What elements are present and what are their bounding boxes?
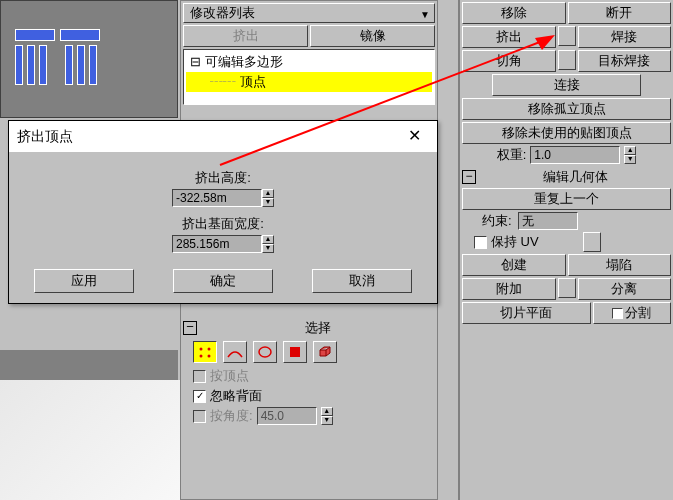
viewport-top[interactable] — [0, 0, 178, 118]
cancel-button[interactable]: 取消 — [312, 269, 412, 293]
chamfer-button[interactable]: 切角 — [462, 50, 556, 72]
modifier-list-combo[interactable]: 修改器列表 — [183, 3, 435, 23]
edge-subobj-icon[interactable] — [223, 341, 247, 363]
target-weld-button[interactable]: 目标焊接 — [578, 50, 672, 72]
ok-button[interactable]: 确定 — [173, 269, 273, 293]
svg-point-3 — [208, 355, 211, 358]
extrude-height-input[interactable] — [172, 189, 262, 207]
detach-button[interactable]: 分离 — [578, 278, 672, 300]
dialog-titlebar[interactable]: 挤出顶点 ✕ — [9, 121, 437, 153]
weight-input[interactable] — [530, 146, 620, 164]
close-icon[interactable]: ✕ — [399, 125, 429, 149]
svg-point-0 — [200, 348, 203, 351]
extrude-height-label: 挤出高度: — [19, 169, 427, 187]
constraint-combo[interactable] — [518, 212, 578, 230]
keep-uv-settings-button[interactable] — [583, 232, 601, 252]
polygon-subobj-icon[interactable] — [283, 341, 307, 363]
tree-item-root[interactable]: 可编辑多边形 — [186, 52, 432, 72]
ignore-backface-checkbox[interactable]: ✓ — [193, 390, 206, 403]
edit-vertices-panel: 移除 断开 挤出 焊接 切角 目标焊接 连接 移除孤立顶点 移除未使用的贴图顶点… — [458, 0, 673, 500]
svg-point-2 — [200, 355, 203, 358]
keep-uv-label: 保持 UV — [491, 233, 539, 251]
svg-point-1 — [208, 348, 211, 351]
mesh-object — [0, 380, 180, 500]
attach-button[interactable]: 附加 — [462, 278, 556, 300]
apply-button[interactable]: 应用 — [34, 269, 134, 293]
collapse-icon[interactable]: − — [183, 321, 197, 335]
break-button[interactable]: 断开 — [568, 2, 672, 24]
border-subobj-icon[interactable] — [253, 341, 277, 363]
modifier-stack[interactable]: 可编辑多边形 顶点 — [183, 49, 435, 105]
element-subobj-icon[interactable] — [313, 341, 337, 363]
viewport-geometry — [5, 21, 175, 99]
remove-isolated-button[interactable]: 移除孤立顶点 — [462, 98, 671, 120]
by-angle-checkbox — [193, 410, 206, 423]
selection-header: 选择 — [201, 319, 435, 337]
attach-settings-button[interactable] — [558, 278, 576, 298]
repeat-last-button[interactable]: 重复上一个 — [462, 188, 671, 210]
keep-uv-checkbox[interactable] — [474, 236, 487, 249]
spin-up-icon[interactable]: ▲ — [624, 146, 636, 155]
by-vertex-label: 按顶点 — [210, 367, 249, 385]
spin-down-icon: ▼ — [321, 416, 333, 425]
spin-down-icon[interactable]: ▼ — [262, 244, 274, 253]
spin-down-icon[interactable]: ▼ — [262, 198, 274, 207]
spin-down-icon[interactable]: ▼ — [624, 155, 636, 164]
extrude-width-input[interactable] — [172, 235, 262, 253]
angle-input — [257, 407, 317, 425]
collapse-icon[interactable]: − — [462, 170, 476, 184]
collapse-button[interactable]: 塌陷 — [568, 254, 672, 276]
selection-section: − 选择 按顶点 ✓ 忽略背面 — [181, 317, 437, 429]
slice-plane-button[interactable]: 切片平面 — [462, 302, 591, 324]
weight-label: 权重: — [497, 146, 527, 164]
edit-geometry-header: 编辑几何体 — [480, 168, 671, 186]
by-angle-label: 按角度: — [210, 407, 253, 425]
ignore-backface-label: 忽略背面 — [210, 387, 262, 405]
dialog-title: 挤出顶点 — [17, 128, 399, 146]
vertex-subobj-icon[interactable] — [193, 341, 217, 363]
by-vertex-checkbox — [193, 370, 206, 383]
weld-button[interactable]: 焊接 — [578, 26, 672, 48]
extrude-width-label: 挤出基面宽度: — [19, 215, 427, 233]
extrude-button[interactable]: 挤出 — [462, 26, 556, 48]
remove-unused-map-button[interactable]: 移除未使用的贴图顶点 — [462, 122, 671, 144]
remove-button[interactable]: 移除 — [462, 2, 566, 24]
extrude-modifier-button[interactable]: 挤出 — [183, 25, 308, 47]
create-button[interactable]: 创建 — [462, 254, 566, 276]
extrude-vertex-dialog: 挤出顶点 ✕ 挤出高度: ▲▼ 挤出基面宽度: ▲▼ 应用 确定 取消 — [8, 120, 438, 304]
spin-up-icon: ▲ — [321, 407, 333, 416]
spin-up-icon[interactable]: ▲ — [262, 189, 274, 198]
connect-button[interactable]: 连接 — [492, 74, 641, 96]
chamfer-settings-button[interactable] — [558, 50, 576, 70]
svg-point-4 — [259, 347, 271, 357]
mirror-modifier-button[interactable]: 镜像 — [310, 25, 435, 47]
spin-up-icon[interactable]: ▲ — [262, 235, 274, 244]
split-button[interactable]: 分割 — [593, 302, 671, 324]
extrude-settings-button[interactable] — [558, 26, 576, 46]
constraint-label: 约束: — [482, 212, 512, 230]
tree-item-vertex[interactable]: 顶点 — [186, 72, 432, 92]
svg-rect-5 — [290, 347, 300, 357]
